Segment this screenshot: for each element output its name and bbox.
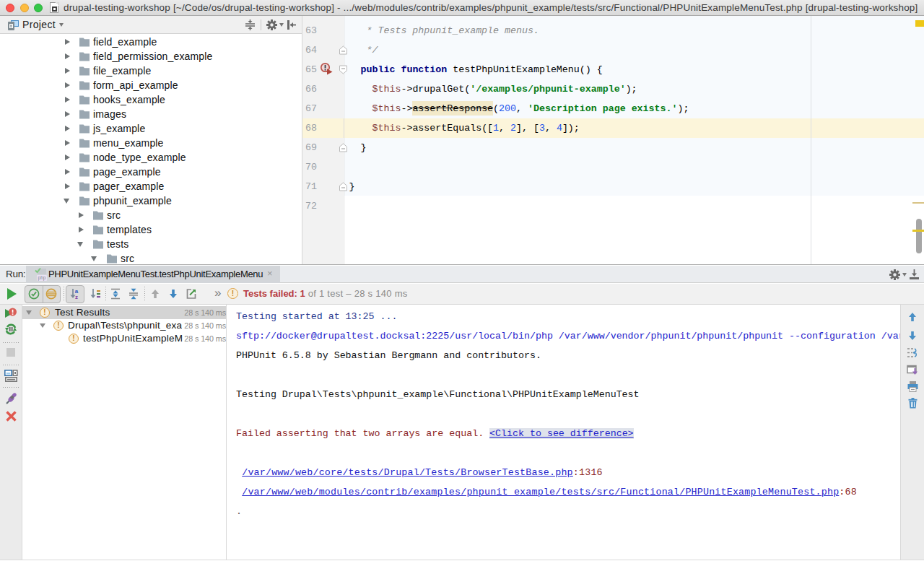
svg-text:z: z xyxy=(75,294,78,300)
svg-text:php: php xyxy=(38,275,46,281)
